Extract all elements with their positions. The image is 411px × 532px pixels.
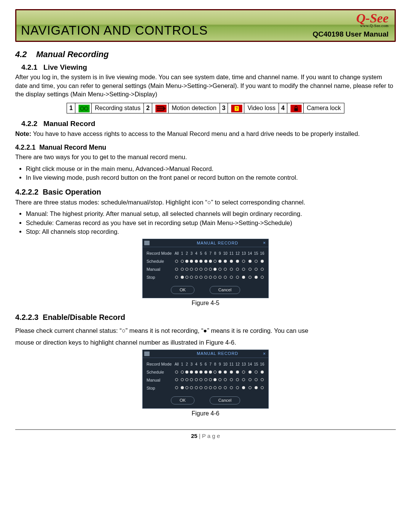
- channel-radio[interactable]: [228, 376, 234, 384]
- channel-radio[interactable]: [259, 257, 265, 265]
- channel-radio[interactable]: [180, 273, 184, 281]
- channel-radio[interactable]: [253, 257, 259, 265]
- channel-radio[interactable]: [241, 265, 247, 273]
- channel-radio[interactable]: [259, 368, 265, 376]
- channel-radio[interactable]: [203, 384, 208, 392]
- channel-radio[interactable]: [218, 265, 222, 273]
- channel-radio[interactable]: [247, 273, 253, 281]
- channel-radio[interactable]: [213, 384, 217, 392]
- channel-radio[interactable]: [189, 273, 194, 281]
- channel-radio[interactable]: [228, 273, 234, 281]
- channel-radio[interactable]: [199, 265, 203, 273]
- channel-radio[interactable]: [185, 368, 189, 376]
- channel-radio[interactable]: [189, 257, 194, 265]
- all-radio[interactable]: [174, 376, 180, 384]
- channel-radio[interactable]: [241, 384, 247, 392]
- channel-radio[interactable]: [253, 265, 259, 273]
- channel-radio[interactable]: [208, 368, 213, 376]
- channel-radio[interactable]: [185, 384, 189, 392]
- channel-radio[interactable]: [253, 273, 259, 281]
- channel-radio[interactable]: [228, 384, 234, 392]
- channel-radio[interactable]: [180, 265, 184, 273]
- channel-radio[interactable]: [253, 384, 259, 392]
- channel-radio[interactable]: [203, 265, 208, 273]
- channel-radio[interactable]: [218, 368, 222, 376]
- channel-radio[interactable]: [185, 376, 189, 384]
- channel-radio[interactable]: [208, 384, 213, 392]
- channel-radio[interactable]: [259, 376, 265, 384]
- channel-radio[interactable]: [241, 376, 247, 384]
- cancel-button[interactable]: Cancel: [210, 286, 240, 294]
- channel-radio[interactable]: [259, 384, 265, 392]
- channel-radio[interactable]: [180, 368, 184, 376]
- channel-radio[interactable]: [247, 376, 253, 384]
- channel-radio[interactable]: [213, 368, 217, 376]
- channel-radio[interactable]: [253, 376, 259, 384]
- channel-radio[interactable]: [218, 384, 222, 392]
- channel-radio[interactable]: [194, 257, 199, 265]
- channel-radio[interactable]: [218, 257, 222, 265]
- channel-radio[interactable]: [194, 376, 199, 384]
- channel-radio[interactable]: [194, 384, 199, 392]
- channel-radio[interactable]: [180, 376, 184, 384]
- channel-radio[interactable]: [208, 376, 213, 384]
- channel-radio[interactable]: [234, 257, 241, 265]
- channel-radio[interactable]: [234, 376, 241, 384]
- channel-radio[interactable]: [194, 273, 199, 281]
- all-radio[interactable]: [174, 257, 180, 265]
- channel-radio[interactable]: [247, 265, 253, 273]
- channel-radio[interactable]: [194, 265, 199, 273]
- channel-radio[interactable]: [218, 376, 222, 384]
- channel-radio[interactable]: [199, 257, 203, 265]
- all-radio[interactable]: [174, 265, 180, 273]
- channel-radio[interactable]: [180, 257, 184, 265]
- channel-radio[interactable]: [222, 368, 228, 376]
- channel-radio[interactable]: [203, 273, 208, 281]
- channel-radio[interactable]: [247, 384, 253, 392]
- channel-radio[interactable]: [189, 384, 194, 392]
- ok-button[interactable]: OK: [171, 396, 194, 404]
- channel-radio[interactable]: [228, 257, 234, 265]
- channel-radio[interactable]: [222, 257, 228, 265]
- channel-radio[interactable]: [208, 273, 213, 281]
- all-radio[interactable]: [174, 384, 180, 392]
- channel-radio[interactable]: [213, 257, 217, 265]
- channel-radio[interactable]: [234, 368, 241, 376]
- channel-radio[interactable]: [241, 368, 247, 376]
- channel-radio[interactable]: [247, 368, 253, 376]
- close-icon[interactable]: ×: [262, 240, 267, 246]
- channel-radio[interactable]: [189, 368, 194, 376]
- channel-radio[interactable]: [228, 368, 234, 376]
- channel-radio[interactable]: [259, 273, 265, 281]
- channel-radio[interactable]: [253, 368, 259, 376]
- channel-radio[interactable]: [180, 384, 184, 392]
- channel-radio[interactable]: [222, 384, 228, 392]
- all-radio[interactable]: [174, 368, 180, 376]
- channel-radio[interactable]: [203, 376, 208, 384]
- channel-radio[interactable]: [185, 273, 189, 281]
- close-icon[interactable]: ×: [262, 351, 267, 357]
- channel-radio[interactable]: [203, 368, 208, 376]
- ok-button[interactable]: OK: [171, 286, 194, 294]
- channel-radio[interactable]: [199, 384, 203, 392]
- channel-radio[interactable]: [241, 273, 247, 281]
- channel-radio[interactable]: [208, 257, 213, 265]
- channel-radio[interactable]: [234, 384, 241, 392]
- channel-radio[interactable]: [234, 273, 241, 281]
- channel-radio[interactable]: [234, 265, 241, 273]
- channel-radio[interactable]: [222, 265, 228, 273]
- channel-radio[interactable]: [213, 273, 217, 281]
- channel-radio[interactable]: [222, 376, 228, 384]
- channel-radio[interactable]: [208, 265, 213, 273]
- channel-radio[interactable]: [185, 265, 189, 273]
- channel-radio[interactable]: [185, 257, 189, 265]
- channel-radio[interactable]: [199, 376, 203, 384]
- channel-radio[interactable]: [222, 273, 228, 281]
- cancel-button[interactable]: Cancel: [210, 396, 240, 404]
- channel-radio[interactable]: [259, 265, 265, 273]
- channel-radio[interactable]: [218, 273, 222, 281]
- channel-radio[interactable]: [247, 257, 253, 265]
- channel-radio[interactable]: [213, 265, 217, 273]
- channel-radio[interactable]: [189, 376, 194, 384]
- channel-radio[interactable]: [194, 368, 199, 376]
